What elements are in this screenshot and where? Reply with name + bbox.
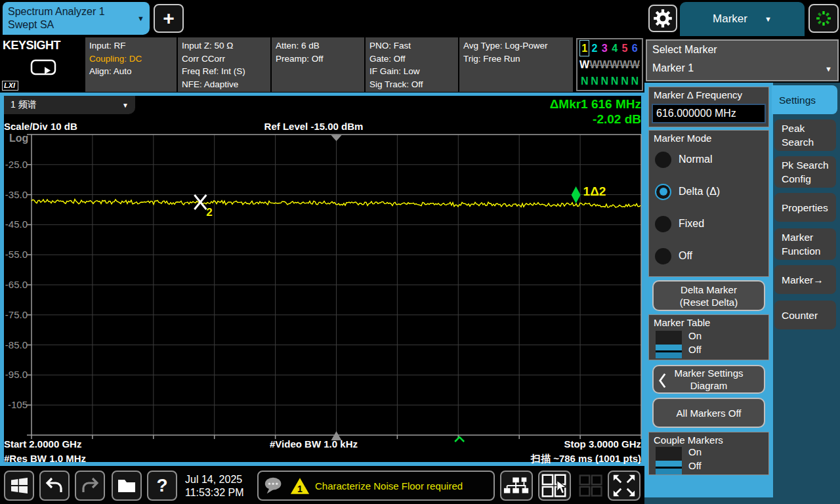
trace-selector-dropdown[interactable]: 1 频谱 ▼	[4, 96, 135, 114]
undo-button[interactable]	[39, 471, 70, 501]
windows-start-button[interactable]	[4, 471, 34, 501]
annotation-column-2[interactable]: Input Z: 50 ΩCorr CCorrFreq Ref: Int (S)…	[178, 37, 270, 92]
menu-tab-peak-search[interactable]: PeakSearch	[774, 119, 836, 151]
marker-width-indicator: W	[589, 56, 599, 73]
menu-tab-label: Pk Search	[782, 158, 836, 172]
fixed-marker-label: 2	[206, 206, 212, 219]
marker-mode-label: Marker Mode	[654, 133, 711, 144]
couple-markers-on-label[interactable]: On	[688, 446, 702, 457]
brand-block: KEYSIGHT LXI	[0, 37, 85, 92]
y-axis-tick-label: -25.0	[1, 159, 28, 170]
alert-count: 1	[297, 483, 303, 494]
annotation-column-3[interactable]: Atten: 6 dBPreamp: Off	[272, 37, 364, 92]
annotation-columns: Input: RFCoupling: DCAlign: AutoInput Z:…	[85, 37, 573, 92]
marker-mode-option-fixed[interactable]: Fixed	[655, 215, 704, 232]
annotation-column-4[interactable]: PNO: FastGate: OffIF Gain: LowSig Track:…	[366, 37, 458, 92]
radio-label: Fixed	[679, 218, 704, 230]
marker-table-group: Marker Table On Off	[648, 314, 769, 360]
marker-width-indicator: W	[620, 56, 629, 73]
marker-trace-indicator: N	[630, 73, 640, 89]
couple-markers-off-label[interactable]: Off	[688, 460, 702, 471]
menu-tab-counter[interactable]: Counter	[774, 301, 836, 329]
file-explorer-button[interactable]	[112, 471, 142, 501]
ref-level-label[interactable]: Ref Level -15.00 dBm	[32, 121, 596, 132]
menu-tab-properties[interactable]: Properties	[774, 193, 836, 222]
select-marker-dropdown[interactable]: Select Marker Marker 1 ▼	[646, 39, 839, 81]
radio-icon[interactable]	[655, 152, 671, 168]
window-layout-button[interactable]	[500, 471, 533, 501]
marker-status-block: 123456WWWWWWNNNNNN	[576, 38, 643, 91]
marker-width-indicator: W	[610, 56, 620, 73]
annotation-line: Corr CCorr	[182, 52, 270, 66]
radio-icon[interactable]	[655, 216, 671, 232]
y-axis-tick-label: -75.0	[1, 309, 28, 320]
y-axis-tick-label: -65.0	[1, 279, 28, 290]
marker-settings-line2: Diagram	[654, 379, 764, 392]
menu-tab-marker[interactable]: Marker→	[774, 265, 836, 294]
radio-icon[interactable]	[655, 248, 671, 264]
select-marker-value: Marker 1	[652, 62, 694, 74]
menu-tab-settings[interactable]: Settings	[772, 85, 837, 114]
res-bw-label[interactable]: #Res BW 1.0 MHz	[4, 453, 86, 464]
annotation-line: Input Z: 50 Ω	[182, 39, 270, 52]
folder-icon	[116, 476, 137, 495]
annotation-line: Input: RF	[89, 39, 177, 52]
menu-tab-label: Properties	[782, 201, 836, 215]
marker-mode-group: Marker Mode NormalDelta (Δ)FixedOff	[648, 130, 769, 277]
redo-button[interactable]	[75, 471, 105, 501]
marker-table-on-label[interactable]: On	[688, 330, 702, 341]
add-mode-tab-button[interactable]: +	[154, 4, 184, 33]
help-button[interactable]: ?	[147, 471, 177, 501]
menu-tab-marker-function[interactable]: MarkerFunction	[774, 228, 836, 260]
menu-tab-pk-search-config[interactable]: Pk SearchConfig	[774, 156, 836, 188]
annotation-column-5[interactable]: Avg Type: Log-PowerTrig: Free Run	[459, 37, 573, 92]
question-mark-icon: ?	[156, 475, 167, 496]
hand-window-select-icon	[541, 472, 568, 499]
marker-number-indicator: 3	[600, 40, 610, 56]
taskbar: ? Jul 14, 2025 11:53:32 PM 1 Characteriz…	[0, 467, 644, 504]
busy-indicator-button[interactable]	[808, 4, 839, 33]
marker-trace-indicator: N	[579, 73, 589, 89]
annotation-line: IF Gain: Low	[369, 65, 458, 78]
stop-freq-label[interactable]: Stop 3.0000 GHz	[394, 438, 641, 450]
delta-reset-line1: Delta Marker	[654, 284, 764, 296]
grid-layout-button-disabled[interactable]	[576, 471, 606, 501]
instrument-mode-tab[interactable]: Spectrum Analyzer 1 Swept SA ▼	[3, 2, 150, 35]
radio-label: Normal	[679, 154, 713, 165]
couple-markers-label: Couple Markers	[654, 434, 723, 446]
toggle-off-box	[656, 345, 682, 358]
menu-title-tab[interactable]: Marker ▼	[680, 2, 805, 36]
delta-marker-reset-button[interactable]: Delta Marker (Reset Delta)	[652, 280, 765, 311]
marker-mode-option-delta[interactable]: Delta (Δ)	[655, 183, 720, 200]
menu-tab-label: Peak	[782, 121, 836, 135]
radio-selected-icon[interactable]	[655, 184, 671, 200]
marker-mode-option-normal[interactable]: Normal	[655, 151, 713, 168]
marker-table-off-label[interactable]: Off	[688, 344, 702, 355]
radio-label: Off	[679, 250, 692, 262]
marker-delta-frequency-label: Marker Δ Frequency	[654, 89, 742, 100]
marker-trace-indicator: N	[610, 73, 620, 89]
marker-number-indicator: 5	[620, 40, 629, 56]
marker-mode-option-off[interactable]: Off	[655, 247, 692, 264]
annotation-column-1[interactable]: Input: RFCoupling: DCAlign: Auto	[85, 37, 177, 92]
marker-delta-frequency-input[interactable]: 616.000000 MHz	[652, 104, 766, 123]
datetime-display[interactable]: Jul 14, 2025 11:53:32 PM	[185, 473, 244, 499]
screen-mirror-icon[interactable]	[30, 59, 56, 77]
fullscreen-button[interactable]	[608, 471, 640, 501]
annotation-line: Trig: Free Run	[463, 52, 573, 66]
spectrum-plot[interactable]: 21Δ2	[32, 135, 641, 435]
undo-icon	[44, 475, 65, 496]
y-axis-tick-label: -95.0	[1, 369, 28, 380]
system-settings-gear-button[interactable]	[648, 5, 677, 32]
select-window-button[interactable]	[538, 471, 571, 501]
system-message-area[interactable]: 1 Characterize Noise Floor required	[257, 471, 495, 501]
marker-settings-diagram-button[interactable]: Marker Settings Diagram	[652, 365, 765, 394]
marker-trace-indicator: N	[600, 73, 610, 89]
select-marker-label: Select Marker	[652, 44, 717, 56]
all-markers-off-button[interactable]: All Markers Off	[652, 398, 765, 428]
time-text: 11:53:32 PM	[185, 486, 244, 499]
annotation-line: Atten: 6 dB	[276, 39, 364, 52]
y-axis-tick-label: -85.0	[1, 339, 28, 350]
annotation-line: Freq Ref: Int (S)	[182, 65, 270, 78]
annotation-line: Gate: Off	[369, 52, 458, 66]
